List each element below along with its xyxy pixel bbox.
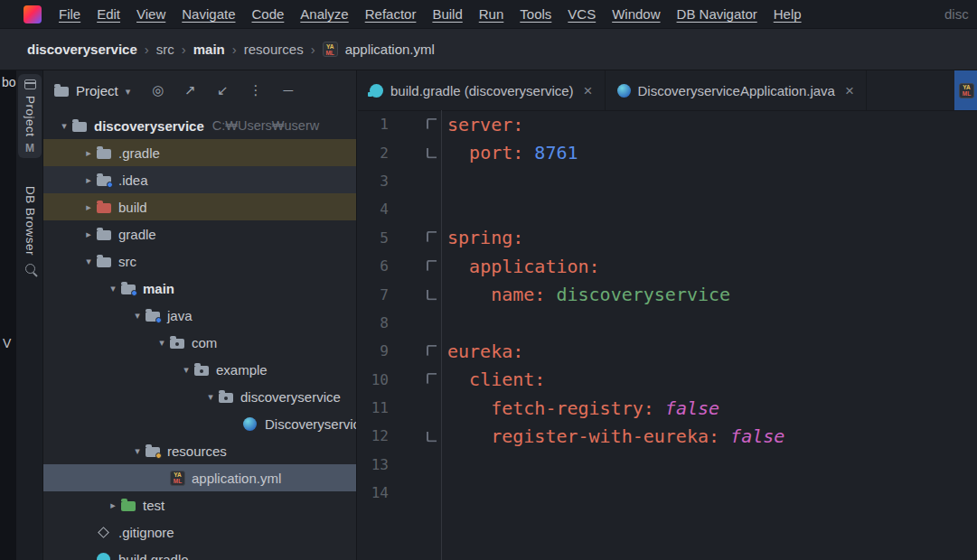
fold-end-icon[interactable] bbox=[427, 148, 437, 159]
tab-discoveryserviceapplication-java[interactable]: DiscoveryserviceApplication.java× bbox=[606, 70, 867, 110]
fold-start-icon[interactable] bbox=[427, 373, 437, 384]
token-key: port: bbox=[469, 142, 523, 163]
tab-application-yml-active[interactable]: YAML bbox=[954, 70, 977, 110]
tree-row--idea[interactable]: ▸.idea bbox=[43, 166, 356, 193]
menu-build[interactable]: Build bbox=[424, 6, 470, 22]
close-icon[interactable]: × bbox=[584, 83, 593, 98]
project-panel-title[interactable]: Project bbox=[76, 83, 118, 98]
menu-view[interactable]: View bbox=[128, 6, 174, 22]
token-key: server: bbox=[447, 114, 523, 135]
editor-line[interactable]: 14 bbox=[358, 479, 977, 507]
code-text: client: bbox=[441, 369, 545, 390]
tree-row-application-yml[interactable]: YAMLapplication.yml bbox=[43, 464, 356, 491]
menu-refactor[interactable]: Refactor bbox=[357, 6, 425, 22]
chevron-right-icon[interactable]: ▸ bbox=[80, 147, 97, 159]
editor-line[interactable]: 12 register-with-eureka: false bbox=[358, 422, 977, 450]
editor-line[interactable]: 9eureka: bbox=[358, 337, 977, 365]
locate-target-icon[interactable]: ◎ bbox=[152, 82, 164, 98]
menu-run[interactable]: Run bbox=[471, 6, 512, 22]
toolbutton-db-browser[interactable]: DB Browser bbox=[18, 181, 42, 279]
chevron-right-icon[interactable]: ▸ bbox=[80, 174, 97, 186]
token-key: application: bbox=[469, 256, 600, 277]
menu-window[interactable]: Window bbox=[604, 6, 668, 22]
editor-line[interactable]: 10 client: bbox=[358, 366, 977, 394]
breadcrumb-file[interactable]: application.yml bbox=[345, 42, 435, 57]
tree-row-java[interactable]: ▾java bbox=[43, 302, 356, 329]
editor-line[interactable]: 1server: bbox=[358, 110, 977, 138]
menu-vcs[interactable]: VCS bbox=[559, 6, 604, 22]
fold-start-icon[interactable] bbox=[427, 345, 437, 356]
collapse-all-icon[interactable]: ↙ bbox=[217, 82, 229, 98]
chevron-down-icon[interactable]: ▾ bbox=[202, 391, 219, 403]
tree-row-src[interactable]: ▾src bbox=[43, 247, 356, 275]
more-options-icon[interactable]: ⋮ bbox=[249, 82, 262, 98]
chevron-down-icon[interactable]: ▾ bbox=[129, 310, 146, 322]
fold-start-icon[interactable] bbox=[427, 259, 437, 270]
tree-row--gradle[interactable]: ▸.gradle bbox=[43, 139, 356, 166]
chevron-down-icon[interactable]: ▾ bbox=[56, 120, 72, 132]
chevron-down-icon[interactable]: ▾ bbox=[178, 364, 194, 376]
editor-line[interactable]: 6 application: bbox=[358, 252, 977, 280]
tree-row-test[interactable]: ▸test bbox=[43, 491, 356, 518]
editor-line[interactable]: 4 bbox=[358, 195, 977, 223]
menu-help[interactable]: Help bbox=[766, 6, 810, 22]
tree-row-example[interactable]: ▾example bbox=[43, 356, 356, 383]
menu-edit[interactable]: Edit bbox=[89, 6, 128, 22]
tree-row-gradle[interactable]: ▸gradle bbox=[43, 220, 356, 247]
tree-row-build[interactable]: ▸build bbox=[43, 193, 356, 220]
tree-row--gitignore[interactable]: .gitignore bbox=[43, 518, 356, 546]
editor-line[interactable]: 3 bbox=[358, 167, 977, 195]
editor-line[interactable]: 2 port: 8761 bbox=[358, 138, 977, 166]
tree-row-resources[interactable]: ▾resources bbox=[43, 437, 356, 464]
fold-start-icon[interactable] bbox=[427, 117, 437, 128]
breadcrumb-item[interactable]: resources bbox=[244, 42, 304, 57]
toolbutton-project[interactable]: Project M bbox=[18, 74, 42, 158]
menu-navigate[interactable]: Navigate bbox=[174, 6, 243, 22]
editor-line[interactable]: 8 bbox=[358, 309, 977, 337]
editor-line[interactable]: 5spring: bbox=[358, 224, 977, 252]
tree-item-icon-box bbox=[97, 146, 118, 159]
chevron-right-icon[interactable]: ▸ bbox=[105, 499, 121, 511]
hide-panel-icon[interactable]: ─ bbox=[283, 82, 293, 98]
menu-code[interactable]: Code bbox=[243, 6, 292, 22]
breadcrumb-item[interactable]: main bbox=[193, 42, 225, 57]
expand-all-icon[interactable]: ↗ bbox=[184, 82, 196, 98]
intellij-logo-icon[interactable] bbox=[23, 5, 42, 23]
yaml-icon-letters: ML bbox=[174, 478, 182, 484]
gradle-m-icon: M bbox=[25, 144, 34, 153]
tree-row-build-gradle[interactable]: build.gradle bbox=[43, 546, 356, 560]
menu-tools[interactable]: Tools bbox=[512, 6, 559, 22]
breadcrumb-item[interactable]: src bbox=[156, 42, 174, 57]
tree-row-main[interactable]: ▾main bbox=[43, 275, 356, 302]
editor-tab-bar: build.gradle (discoveryservice)×Discover… bbox=[358, 70, 977, 111]
chevron-down-icon[interactable]: ▾ bbox=[80, 256, 97, 267]
menu-file[interactable]: File bbox=[51, 6, 89, 22]
tree-item-label: example bbox=[216, 362, 268, 378]
gradle-icon bbox=[97, 553, 110, 560]
fold-end-icon[interactable] bbox=[427, 290, 437, 301]
menu-analyze[interactable]: Analyze bbox=[292, 6, 356, 22]
tree-row-com[interactable]: ▾com bbox=[43, 329, 356, 356]
tree-row-discoveryservice[interactable]: ▾discoveryserviceC:₩Users₩userw bbox=[43, 112, 356, 139]
tree-item-icon-box bbox=[170, 336, 192, 349]
tree-row-discoveryservice[interactable]: ▾discoveryservice bbox=[43, 383, 356, 410]
fold-end-icon[interactable] bbox=[427, 432, 437, 443]
tree-row-discoveryserviceapplication[interactable]: DiscoveryserviceApplication bbox=[43, 410, 356, 437]
chevron-down-icon[interactable]: ▾ bbox=[129, 445, 146, 457]
folder-icon bbox=[97, 230, 111, 240]
editor-line[interactable]: 11 fetch-registry: false bbox=[358, 394, 977, 422]
editor-line[interactable]: 13 bbox=[358, 451, 977, 479]
editor-line[interactable]: 7 name: discoveryservice bbox=[358, 280, 977, 308]
editor-body[interactable]: 1server:2 port: 8761345spring:6 applicat… bbox=[358, 110, 977, 560]
menu-db-navigator[interactable]: DB Navigator bbox=[669, 6, 766, 22]
fold-start-icon[interactable] bbox=[427, 231, 437, 242]
chevron-right-icon[interactable]: ▸ bbox=[80, 201, 97, 213]
close-icon[interactable]: × bbox=[845, 83, 854, 98]
chevron-down-icon[interactable]: ▾ bbox=[126, 86, 131, 98]
tab-build-gradle-discoveryservice-[interactable]: build.gradle (discoveryservice)× bbox=[358, 70, 606, 110]
chevron-down-icon[interactable]: ▾ bbox=[154, 337, 170, 349]
chevron-down-icon[interactable]: ▾ bbox=[105, 283, 121, 294]
folder-excluded-icon bbox=[97, 203, 111, 213]
breadcrumb-item[interactable]: discoveryservice bbox=[27, 42, 137, 57]
chevron-right-icon[interactable]: ▸ bbox=[80, 229, 97, 240]
